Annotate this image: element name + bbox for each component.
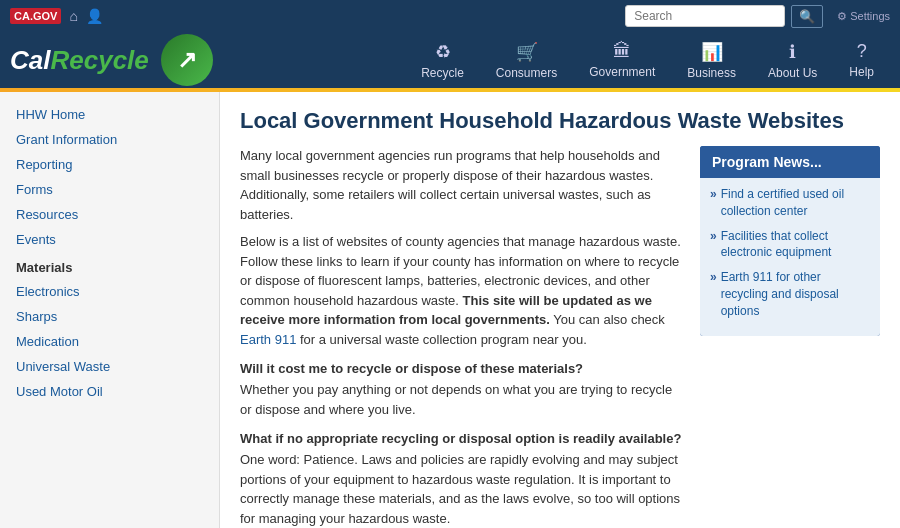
program-news-item-2[interactable]: Earth 911 for other recycling and dispos…: [710, 269, 870, 319]
program-news-title: Program News...: [700, 146, 880, 178]
intro-para2-part2: You can also check: [553, 312, 665, 327]
sidebar: HHW Home Grant Information Reporting For…: [0, 92, 220, 528]
nav-label-help: Help: [849, 65, 874, 79]
content-row: Many local government agencies run progr…: [240, 146, 880, 528]
nav-label-government: Government: [589, 65, 655, 79]
answer-2: One word: Patience. Laws and policies ar…: [240, 450, 684, 528]
content-wrapper: HHW Home Grant Information Reporting For…: [0, 92, 900, 528]
earth911-link[interactable]: Earth 911: [240, 332, 296, 347]
main-nav: CalRecycle ↗ ♻ Recycle 🛒 Consumers 🏛 Gov…: [0, 32, 900, 88]
answer-1: Whether you pay anything or not depends …: [240, 380, 684, 419]
materials-section-title: Materials: [0, 252, 219, 279]
nav-label-consumers: Consumers: [496, 66, 557, 80]
recycle-nav-icon: ♻: [435, 41, 451, 63]
sidebar-item-medication[interactable]: Medication: [0, 329, 219, 354]
nav-item-recycle[interactable]: ♻ Recycle: [405, 33, 480, 88]
content-main: Many local government agencies run progr…: [240, 146, 684, 528]
sidebar-item-used-motor-oil[interactable]: Used Motor Oil: [0, 379, 219, 404]
government-nav-icon: 🏛: [613, 41, 631, 62]
sidebar-item-hhw-home[interactable]: HHW Home: [0, 102, 219, 127]
program-news-list: Find a certified used oil collection cen…: [700, 178, 880, 336]
nav-item-consumers[interactable]: 🛒 Consumers: [480, 33, 573, 88]
main-content: Local Government Household Hazardous Was…: [220, 92, 900, 528]
search-input[interactable]: [625, 5, 785, 27]
about-nav-icon: ℹ: [789, 41, 796, 63]
search-button[interactable]: 🔍: [791, 5, 823, 28]
settings-button[interactable]: ⚙ Settings: [837, 10, 890, 23]
nav-item-government[interactable]: 🏛 Government: [573, 33, 671, 87]
sidebar-item-forms[interactable]: Forms: [0, 177, 219, 202]
nav-label-recycle: Recycle: [421, 66, 464, 80]
sidebar-item-universal-waste[interactable]: Universal Waste: [0, 354, 219, 379]
consumers-nav-icon: 🛒: [516, 41, 538, 63]
intro-paragraph-2: Below is a list of websites of county ag…: [240, 232, 684, 349]
sidebar-item-grant-information[interactable]: Grant Information: [0, 127, 219, 152]
sidebar-item-reporting[interactable]: Reporting: [0, 152, 219, 177]
logo-text: CalRecycle: [10, 45, 149, 76]
sidebar-item-resources[interactable]: Resources: [0, 202, 219, 227]
logo-recycle: Recycle: [50, 45, 148, 75]
ca-gov-logo: CA.GOV: [10, 8, 61, 24]
nav-label-about-us: About Us: [768, 66, 817, 80]
logo-circle: ↗: [161, 34, 213, 86]
logo-area[interactable]: CalRecycle ↗: [10, 34, 213, 86]
sidebar-item-sharps[interactable]: Sharps: [0, 304, 219, 329]
search-area: 🔍 ⚙ Settings: [625, 5, 890, 28]
program-news-box: Program News... Find a certified used oi…: [700, 146, 880, 336]
nav-item-business[interactable]: 📊 Business: [671, 33, 752, 88]
sidebar-item-electronics[interactable]: Electronics: [0, 279, 219, 304]
program-news-item-1[interactable]: Facilities that collect electronic equip…: [710, 228, 870, 262]
sidebar-item-events[interactable]: Events: [0, 227, 219, 252]
business-nav-icon: 📊: [701, 41, 723, 63]
page-title: Local Government Household Hazardous Was…: [240, 108, 880, 134]
nav-item-about-us[interactable]: ℹ About Us: [752, 33, 833, 88]
logo-cal: Cal: [10, 45, 50, 75]
question-1: Will it cost me to recycle or dispose of…: [240, 361, 684, 376]
nav-items: ♻ Recycle 🛒 Consumers 🏛 Government 📊 Bus…: [405, 33, 890, 88]
gov-icons: ⌂ 👤: [69, 8, 625, 24]
gov-bar: CA.GOV ⌂ 👤 🔍 ⚙ Settings: [0, 0, 900, 32]
nav-item-help[interactable]: ? Help: [833, 33, 890, 87]
intro-paragraph-1: Many local government agencies run progr…: [240, 146, 684, 224]
intro-para2-end: for a universal waste collection program…: [300, 332, 587, 347]
recycle-arrow-icon: ↗: [177, 46, 197, 74]
help-nav-icon: ?: [857, 41, 867, 62]
nav-label-business: Business: [687, 66, 736, 80]
home-icon[interactable]: ⌂: [69, 8, 77, 24]
question-2: What if no appropriate recycling or disp…: [240, 431, 684, 446]
user-icon[interactable]: 👤: [86, 8, 103, 24]
program-news-item-0[interactable]: Find a certified used oil collection cen…: [710, 186, 870, 220]
